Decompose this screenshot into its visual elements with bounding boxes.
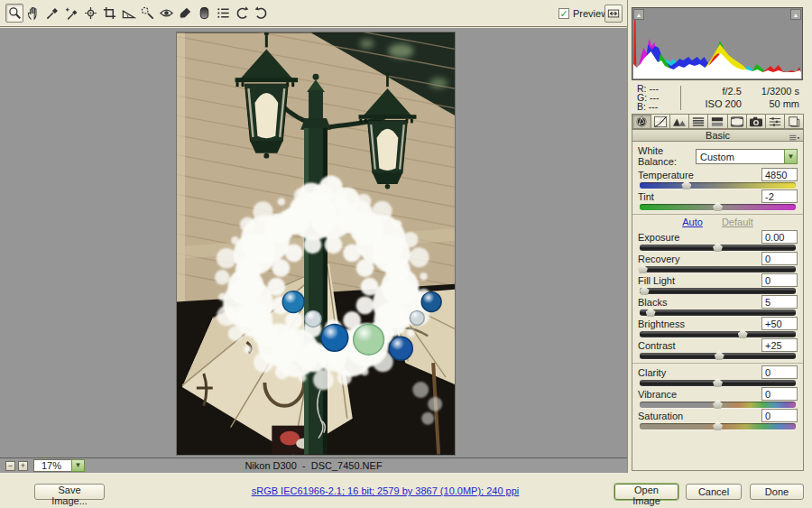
photo-art bbox=[177, 32, 455, 455]
tab-basic[interactable] bbox=[632, 114, 651, 129]
focal-length-value: 50 mm bbox=[747, 97, 799, 110]
targeted-adjustment-tool[interactable] bbox=[81, 4, 99, 23]
auto-default-links: Auto Default bbox=[638, 217, 798, 230]
camera-icon bbox=[748, 115, 764, 128]
rotate-cw-icon bbox=[254, 5, 269, 21]
red-eye-tool[interactable] bbox=[157, 4, 175, 23]
spot-removal-tool[interactable] bbox=[138, 4, 156, 23]
recovery-slider-thumb[interactable] bbox=[638, 264, 648, 273]
panel-header: Basic bbox=[632, 129, 804, 142]
tint-slider-thumb[interactable] bbox=[713, 202, 723, 211]
exposure-slider-thumb[interactable] bbox=[713, 243, 723, 252]
iso-value: ISO 200 bbox=[695, 97, 742, 110]
done-button[interactable]: Done bbox=[750, 484, 804, 500]
crop-tool[interactable] bbox=[100, 4, 118, 23]
brightness-slider-track[interactable] bbox=[640, 331, 796, 337]
preview-checkbox[interactable]: ✓ bbox=[558, 8, 569, 19]
tab-snapshots[interactable] bbox=[785, 114, 804, 129]
white-balance-select[interactable]: Custom ▼ bbox=[696, 149, 798, 164]
white-balance-value: Custom bbox=[696, 149, 784, 164]
curve-icon bbox=[652, 115, 669, 128]
temperature-slider: Temperature 4850 bbox=[638, 168, 798, 189]
highlight-clipping-toggle[interactable]: ▲ bbox=[790, 9, 801, 20]
exposure-value-field[interactable]: 0.00 bbox=[761, 230, 798, 244]
contrast-value-field[interactable]: +25 bbox=[761, 338, 798, 352]
contrast-slider: Contrast +25 bbox=[638, 338, 798, 360]
exposure-slider-track[interactable] bbox=[640, 245, 796, 251]
zoom-level-select[interactable]: 17% ▼ bbox=[33, 459, 85, 472]
rotate-left-tool[interactable] bbox=[233, 4, 251, 23]
zoom-in-button[interactable]: + bbox=[18, 461, 28, 471]
fill-light-slider-track[interactable] bbox=[640, 288, 796, 294]
temperature-slider-track[interactable] bbox=[640, 182, 796, 189]
tint-slider-track[interactable] bbox=[640, 204, 796, 210]
open-image-button[interactable]: Open Image bbox=[614, 484, 678, 500]
cancel-button[interactable]: Cancel bbox=[686, 484, 742, 500]
blacks-slider-thumb[interactable] bbox=[646, 308, 656, 317]
straighten-tool[interactable] bbox=[119, 4, 137, 23]
tab-split-toning[interactable] bbox=[708, 114, 727, 129]
clarity-value-field[interactable]: 0 bbox=[761, 365, 798, 379]
heal-icon bbox=[140, 5, 155, 21]
clarity-slider-thumb[interactable] bbox=[713, 378, 723, 387]
vibrance-slider-track[interactable] bbox=[640, 402, 796, 408]
tab-lens-corrections[interactable] bbox=[728, 114, 747, 129]
zoom-tool[interactable] bbox=[5, 4, 23, 23]
tab-hsl-grayscale[interactable] bbox=[689, 114, 708, 129]
blacks-slider-track[interactable] bbox=[640, 309, 796, 316]
saturation-slider-track[interactable] bbox=[640, 423, 796, 429]
default-link[interactable]: Default bbox=[722, 217, 753, 227]
brightness-label: Brightness bbox=[638, 319, 685, 329]
color-sampler-tool[interactable] bbox=[62, 4, 80, 23]
rotate-right-tool[interactable] bbox=[252, 4, 270, 23]
vibrance-value-field[interactable]: 0 bbox=[761, 387, 798, 401]
tab-camera-calibration[interactable] bbox=[747, 114, 766, 129]
brightness-slider-thumb[interactable] bbox=[738, 329, 748, 338]
fullscreen-arrows-icon bbox=[607, 7, 620, 20]
temperature-slider-thumb[interactable] bbox=[681, 180, 691, 189]
brightness-value-field[interactable]: +50 bbox=[761, 317, 798, 330]
contrast-slider-track[interactable] bbox=[640, 353, 796, 359]
shutter-value: 1/3200 s bbox=[747, 85, 799, 97]
workflow-options-link[interactable]: sRGB IEC61966-2.1; 16 bit; 2579 by 3867 … bbox=[252, 485, 520, 496]
recovery-slider-track[interactable] bbox=[640, 266, 796, 272]
exif-readout: f/2.5 1/3200 s ISO 200 50 mm bbox=[695, 85, 799, 110]
saturation-slider-thumb[interactable] bbox=[713, 421, 723, 430]
temperature-value-field[interactable]: 4850 bbox=[761, 168, 798, 181]
vibrance-slider-thumb[interactable] bbox=[713, 400, 723, 409]
graduated-filter-tool[interactable] bbox=[195, 4, 213, 23]
shadow-clipping-toggle[interactable]: ▲ bbox=[633, 9, 644, 20]
exposure-slider: Exposure 0.00 bbox=[638, 230, 798, 252]
blacks-value-field[interactable]: 5 bbox=[761, 295, 798, 309]
toggle-fullscreen-button[interactable] bbox=[604, 5, 623, 23]
photo-preview[interactable] bbox=[176, 32, 456, 456]
auto-link[interactable]: Auto bbox=[682, 217, 703, 227]
tab-tone-curve[interactable] bbox=[651, 114, 670, 129]
preferences-tool[interactable] bbox=[214, 4, 232, 23]
brush-icon bbox=[178, 5, 193, 21]
tab-presets[interactable] bbox=[766, 114, 785, 129]
temperature-label: Temperature bbox=[638, 170, 694, 180]
tool-buttons bbox=[5, 4, 270, 23]
save-image-button[interactable]: Save Image... bbox=[34, 484, 105, 500]
saturation-value-field[interactable]: 0 bbox=[761, 409, 798, 422]
fill-light-slider-thumb[interactable] bbox=[640, 286, 650, 295]
tint-value-field[interactable]: -2 bbox=[761, 189, 798, 203]
panel-tabs bbox=[632, 114, 804, 130]
adjustment-brush-tool[interactable] bbox=[176, 4, 194, 23]
presets-icon bbox=[767, 115, 783, 128]
vibrance-slider: Vibrance 0 bbox=[638, 387, 798, 409]
contrast-slider-thumb[interactable] bbox=[715, 351, 724, 360]
clarity-slider-track[interactable] bbox=[640, 380, 796, 386]
lens-icon bbox=[729, 115, 745, 128]
zoom-out-button[interactable]: − bbox=[5, 461, 15, 471]
divider bbox=[632, 363, 803, 364]
hand-tool[interactable] bbox=[24, 4, 42, 23]
eyedropper-icon bbox=[45, 5, 60, 21]
preview-option: ✓ Preview bbox=[558, 8, 608, 19]
fill-light-value-field[interactable]: 0 bbox=[761, 273, 798, 287]
tab-detail[interactable] bbox=[670, 114, 689, 129]
recovery-value-field[interactable]: 0 bbox=[761, 252, 798, 265]
white-balance-sliders: Temperature 4850 Tint -2 bbox=[638, 168, 798, 211]
white-balance-tool[interactable] bbox=[43, 4, 61, 23]
